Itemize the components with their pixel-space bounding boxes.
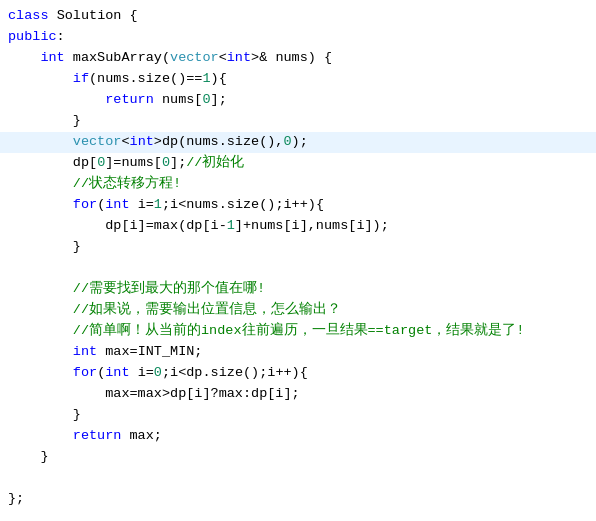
code-line-17: int max=INT_MIN; [0, 342, 596, 363]
keyword-return-2: return [73, 426, 122, 447]
code-line-3: int maxSubArray(vector<int>& nums) { [0, 48, 596, 69]
code-line-16: //简单啊！从当前的index往前遍历，一旦结果==target，结果就是了! [0, 321, 596, 342]
keyword-for-1: for [73, 195, 97, 216]
keyword-if: if [73, 69, 89, 90]
code-line-18: for(int i=0;i<dp.size();i++){ [0, 363, 596, 384]
code-line-19: max=max>dp[i]?max:dp[i]; [0, 384, 596, 405]
code-line-20: } [0, 405, 596, 426]
code-line-4: if(nums.size()==1){ [0, 69, 596, 90]
code-line-21: return max; [0, 426, 596, 447]
keyword-int-2: int [73, 342, 97, 363]
keyword-class: class [8, 6, 49, 27]
keyword-return-1: return [105, 90, 154, 111]
code-line-11: dp[i]=max(dp[i-1]+nums[i],nums[i]); [0, 216, 596, 237]
keyword-public: public [8, 27, 57, 48]
code-line-2: public: [0, 27, 596, 48]
code-line-13 [0, 258, 596, 279]
code-line-12: } [0, 237, 596, 258]
code-line-9: //状态转移方程! [0, 174, 596, 195]
code-line-1: class Solution { [0, 6, 596, 27]
code-line-6: } [0, 111, 596, 132]
code-line-22: } [0, 447, 596, 468]
code-line-24: }; [0, 489, 596, 510]
code-line-8: dp[0]=nums[0];//初始化 [0, 153, 596, 174]
keyword-int-1: int [40, 48, 64, 69]
code-editor: class Solution { public: int maxSubArray… [0, 0, 596, 521]
code-line-15: //如果说，需要输出位置信息，怎么输出？ [0, 300, 596, 321]
code-line-14: //需要找到最大的那个值在哪! [0, 279, 596, 300]
code-line-23 [0, 468, 596, 489]
code-line-7: vector<int>dp(nums.size(),0); [0, 132, 596, 153]
code-line-5: return nums[0]; [0, 90, 596, 111]
keyword-for-2: for [73, 363, 97, 384]
code-line-10: for(int i=1;i<nums.size();i++){ [0, 195, 596, 216]
